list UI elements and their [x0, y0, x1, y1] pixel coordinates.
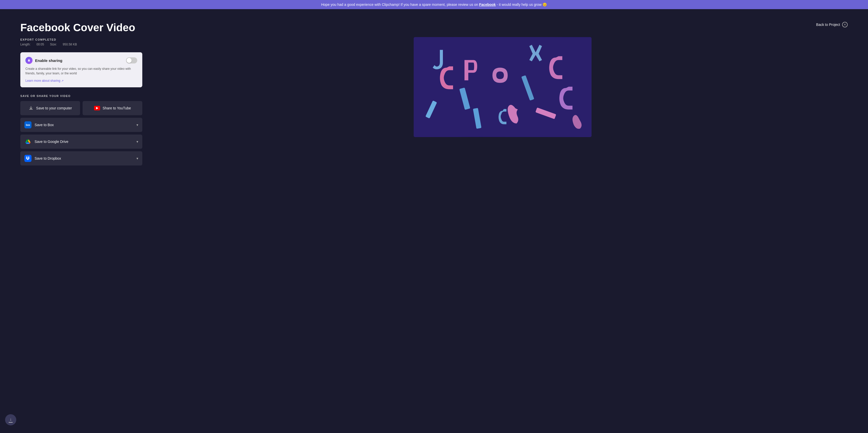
google-drive-icon [24, 138, 32, 145]
sharing-card: Enable sharing Create a shareable link f… [20, 52, 142, 87]
banner-facebook-link[interactable]: Facebook [479, 3, 496, 7]
share-youtube-label: Share to YouTube [103, 106, 131, 110]
banner-text-after: - it would really help us grow 😊 [496, 3, 547, 7]
save-to-gdrive-row[interactable]: Save to Google Drive ▾ [20, 135, 142, 149]
learn-more-link[interactable]: Learn more about sharing ↗ [25, 79, 64, 82]
floating-download-button[interactable]: ↓ [5, 414, 16, 425]
top-banner: Hope you had a good experience with Clip… [0, 0, 868, 9]
video-preview [414, 37, 592, 137]
external-link-icon: ↗ [61, 79, 64, 82]
chevron-down-icon: ▾ [136, 140, 138, 144]
box-icon: box [24, 121, 32, 128]
enable-sharing-toggle[interactable] [126, 57, 137, 63]
youtube-icon [94, 106, 100, 110]
back-to-project-label: Back to Project [816, 23, 840, 27]
banner-text-before: Hope you had a good experience with Clip… [321, 3, 479, 7]
export-length-label: Length: [20, 43, 30, 46]
right-panel [158, 22, 848, 165]
shapes-container [414, 37, 592, 137]
dropbox-icon [24, 155, 32, 162]
learn-more-label: Learn more about sharing [25, 79, 60, 82]
save-to-box-left: box Save to Box [24, 121, 54, 128]
thumbnail-svg [414, 37, 592, 137]
close-icon: ✕ [842, 22, 848, 27]
save-to-computer-button[interactable]: Save to your computer [20, 101, 80, 115]
export-size-label: Size: [50, 43, 57, 46]
export-meta: Length: 00:05 Size: 950.58 KB [20, 43, 142, 46]
page-title: Facebook Cover Video [20, 22, 142, 34]
sharing-title: Enable sharing [35, 58, 63, 63]
export-status-label: EXPORT COMPLETED [20, 38, 142, 41]
video-thumbnail [414, 37, 592, 137]
sharing-title-row: Enable sharing [25, 57, 63, 64]
save-to-gdrive-label: Save to Google Drive [35, 140, 68, 144]
left-panel: Facebook Cover Video EXPORT COMPLETED Le… [20, 22, 142, 165]
save-to-dropbox-label: Save to Dropbox [35, 156, 61, 160]
save-to-gdrive-left: Save to Google Drive [24, 138, 68, 145]
chevron-down-icon: ▾ [136, 123, 138, 127]
save-to-dropbox-row[interactable]: Save to Dropbox ▾ [20, 151, 142, 165]
chevron-down-icon: ▾ [136, 156, 138, 160]
save-to-box-label: Save to Box [35, 123, 54, 127]
sharing-header: Enable sharing [25, 57, 137, 64]
share-to-youtube-button[interactable]: Share to YouTube [83, 101, 142, 115]
sharing-description: Create a shareable link for your video, … [25, 66, 137, 76]
export-length-value: 00:05 [36, 43, 44, 46]
save-to-box-row[interactable]: box Save to Box ▾ [20, 118, 142, 132]
youtube-play-icon [96, 107, 98, 109]
download-bar-icon [9, 422, 13, 423]
save-to-dropbox-left: Save to Dropbox [24, 155, 61, 162]
export-size-value: 950.58 KB [63, 43, 77, 46]
main-content: Back to Project ✕ Facebook Cover Video E… [0, 9, 868, 178]
download-arrow-icon: ↓ [10, 417, 12, 422]
save-options: Save to your computer Share to YouTube b… [20, 101, 142, 165]
top-buttons-row: Save to your computer Share to YouTube [20, 101, 142, 115]
share-lock-icon [25, 57, 33, 64]
back-to-project-button[interactable]: Back to Project ✕ [816, 22, 848, 27]
save-computer-label: Save to your computer [36, 106, 72, 110]
save-section-label: SAVE OR SHARE YOUR VIDEO [20, 94, 142, 97]
download-icon [28, 106, 34, 111]
svg-rect-1 [28, 60, 30, 61]
